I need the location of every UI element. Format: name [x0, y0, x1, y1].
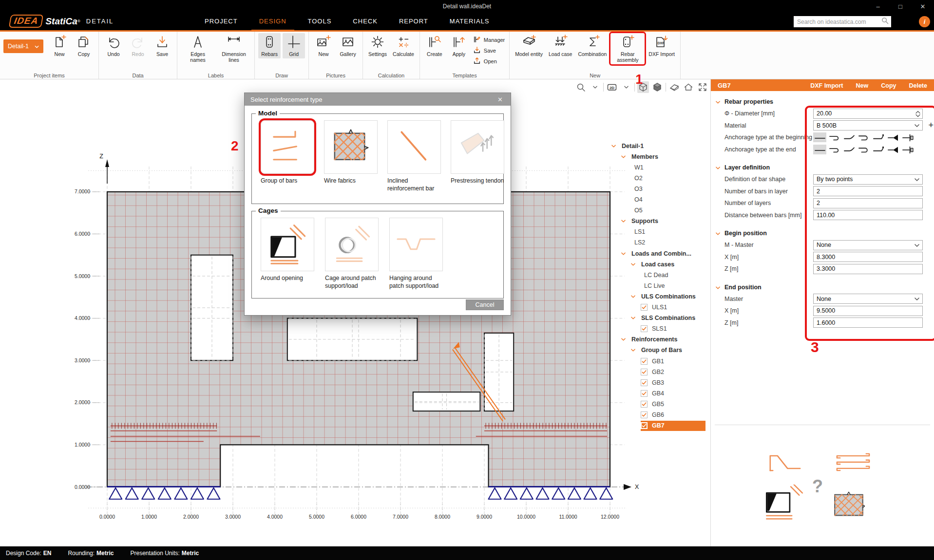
tree-row-o4[interactable]: O4 — [631, 195, 705, 205]
checkbox-gb7[interactable] — [641, 422, 648, 429]
group-of-bars-icon-box[interactable] — [261, 120, 314, 174]
delete-button[interactable]: Delete — [909, 82, 927, 89]
ribbon-button-redo[interactable]: Redo — [127, 33, 149, 58]
tree-row-gb6[interactable]: GB6 — [641, 410, 705, 420]
ribbon-button-dimension-lines[interactable]: Dimension lines — [217, 33, 251, 64]
canvas-tool-zoom-lens[interactable] — [575, 81, 587, 93]
anchorage-straight-icon[interactable] — [813, 145, 826, 154]
tree-row-gb3[interactable]: GB3 — [641, 377, 705, 388]
ribbon-button-dxf-import[interactable]: DXFDXF Import — [647, 33, 677, 58]
ribbon-button-rebars[interactable]: Rebars — [258, 33, 281, 58]
canvas-tool-chevron-down[interactable] — [589, 81, 601, 93]
ribbon-button-new[interactable]: New — [312, 33, 335, 58]
chevron-down-icon[interactable] — [621, 220, 626, 223]
tree-row-sls-combinations[interactable]: SLS Combinations — [631, 313, 705, 323]
prop-input-diameter-mm[interactable]: 20.00 — [813, 109, 923, 119]
anchorage-end-plate-icon[interactable] — [901, 145, 914, 154]
section-header-begin-position[interactable]: Begin position — [711, 227, 934, 239]
menu-materials[interactable]: MATERIALS — [450, 13, 490, 30]
info-icon[interactable]: i — [919, 16, 930, 27]
tree-row-lc-dead[interactable]: LC Dead — [641, 270, 705, 280]
tree-row-members[interactable]: Members — [621, 151, 705, 162]
tree-row-reinforcements[interactable]: Reinforcements — [621, 335, 705, 345]
ribbon-button-combination[interactable]: Combination — [576, 33, 609, 58]
search-box[interactable] — [794, 16, 891, 27]
ribbon-button-create[interactable]: Create — [423, 33, 446, 58]
tree-row-gb5[interactable]: GB5 — [641, 399, 705, 409]
tree-row-ls1[interactable]: LS1 — [631, 227, 705, 237]
new-button[interactable]: New — [856, 82, 869, 89]
canvas-tool-chevron-down[interactable] — [620, 81, 632, 93]
chevron-down-icon[interactable] — [621, 155, 626, 158]
section-header-end-position[interactable]: End position — [711, 281, 934, 293]
chevron-down-icon[interactable] — [621, 338, 626, 341]
checkbox-gb4[interactable] — [641, 390, 648, 397]
checkbox-sls1[interactable] — [641, 325, 648, 332]
chevron-down-icon[interactable] — [915, 244, 919, 247]
anchorage-end-plate-icon[interactable] — [901, 132, 914, 142]
prestressing-tendon-icon-box[interactable] — [451, 120, 504, 174]
ribbon-button-save[interactable]: Save — [473, 46, 505, 55]
window-titlebar[interactable]: Detail wall.ideaDet – □ ✕ — [0, 0, 934, 13]
ribbon-button-apply[interactable]: Apply — [448, 33, 470, 58]
dxf-import-button[interactable]: DXF Import — [810, 82, 843, 89]
copy-button[interactable]: Copy — [881, 82, 896, 89]
anchorage-hook-180-icon[interactable] — [857, 132, 870, 142]
menu-tools[interactable]: TOOLS — [308, 13, 332, 30]
ribbon-button-settings[interactable]: Settings — [366, 33, 389, 58]
chevron-down-icon[interactable] — [631, 263, 635, 266]
anchorage-head-plate-icon[interactable] — [872, 132, 885, 142]
checkbox-gb3[interactable] — [641, 379, 648, 386]
prop-input-number-of-bars-in-layer[interactable]: 2 — [813, 186, 923, 196]
tree-row-lc-live[interactable]: LC Live — [641, 280, 705, 291]
prop-input-distance-between-bars-mm[interactable]: 110.00 — [813, 210, 923, 220]
anchorage-welded-triangle-icon[interactable] — [886, 132, 899, 142]
tree-row-group-of-bars[interactable]: Group of Bars — [631, 345, 705, 355]
tree-row-uls-combinations[interactable]: ULS Combinations — [631, 291, 705, 301]
search-icon[interactable] — [881, 17, 889, 26]
menu-project[interactable]: PROJECT — [205, 13, 238, 30]
prop-input-definition-of-bar-shape[interactable]: By two points — [813, 174, 923, 185]
prop-input-z-m[interactable]: 1.6000 — [813, 317, 923, 328]
canvas-tool-badge-2d[interactable]: 2D — [606, 81, 618, 93]
tree-row-w1[interactable]: W1 — [631, 162, 705, 172]
tree-row-o2[interactable]: O2 — [631, 173, 705, 183]
tile-group-of-bars[interactable]: Group of bars — [261, 120, 314, 193]
chevron-down-icon[interactable] — [631, 349, 635, 352]
chevron-down-icon[interactable] — [915, 124, 919, 127]
minimize-button[interactable]: – — [867, 0, 889, 13]
menu-check[interactable]: CHECK — [353, 13, 378, 30]
wire-fabrics-icon-box[interactable] — [324, 120, 378, 174]
tile-inclined-reinforcement-bar[interactable]: Inclined reinforcement bar — [387, 120, 441, 193]
dialog-close-icon[interactable]: ✕ — [496, 96, 505, 103]
tree-row-load-cases[interactable]: Load cases — [631, 259, 705, 269]
checkbox-gb6[interactable] — [641, 411, 648, 418]
cage-around-patch-support-load-icon-box[interactable] — [325, 218, 379, 271]
tree-row-gb1[interactable]: GB1 — [641, 356, 705, 366]
spinner-arrows-icon[interactable] — [915, 111, 920, 117]
prop-input-x-m[interactable]: 9.5000 — [813, 306, 923, 316]
tree-row-loads-and-combin[interactable]: Loads and Combin... — [621, 248, 705, 259]
tree-row-supports[interactable]: Supports — [621, 216, 705, 226]
tile-hanging-around-patch-support-load[interactable]: Hanging around patch support/load — [389, 218, 444, 290]
chevron-down-icon[interactable] — [611, 145, 616, 148]
cancel-button[interactable]: Cancel — [466, 299, 504, 310]
tree-row-gb7[interactable]: GB7 — [641, 421, 705, 431]
anchorage-head-plate-icon[interactable] — [872, 145, 885, 154]
add-material-button[interactable]: + — [928, 120, 934, 131]
ribbon-button-save[interactable]: Save — [151, 33, 173, 58]
tree-row-gb2[interactable]: GB2 — [641, 367, 705, 377]
tile-around-opening[interactable]: Around opening — [261, 218, 315, 290]
prop-input-material[interactable]: B 500B — [813, 120, 923, 131]
search-input[interactable] — [796, 18, 881, 26]
menu-design[interactable]: DESIGN — [259, 13, 286, 30]
dialog-titlebar[interactable]: Select reinforcement type ✕ — [245, 93, 511, 106]
tree-row-uls1[interactable]: ULS1 — [641, 302, 705, 313]
close-button[interactable]: ✕ — [912, 0, 934, 13]
checkbox-gb5[interactable] — [641, 401, 648, 408]
chevron-down-icon[interactable] — [631, 317, 635, 319]
tile-wire-fabrics[interactable]: Wire fabrics — [324, 120, 378, 193]
inclined-reinforcement-bar-icon-box[interactable] — [387, 120, 441, 174]
ribbon-button-model-entity[interactable]: Model entity — [513, 33, 545, 58]
ribbon-button-rebar-assembly[interactable]: Rebar assembly — [610, 33, 645, 64]
